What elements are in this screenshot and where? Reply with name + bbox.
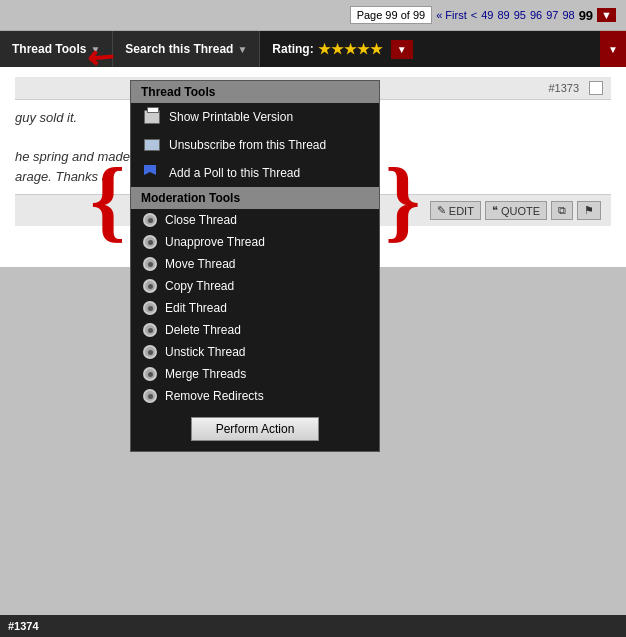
edit-thread-radio[interactable] [143, 301, 157, 315]
bottom-post-number: #1374 [8, 620, 39, 632]
search-thread-button[interactable]: Search this Thread ▼ [113, 31, 260, 67]
multipost-button[interactable]: ⧉ [551, 201, 573, 220]
rating-area: Rating: ★★★★★ ▼ [260, 31, 600, 67]
report-icon: ⚑ [584, 204, 594, 217]
annotation-bracket-right: } [385, 155, 420, 245]
multipost-icon: ⧉ [558, 204, 566, 217]
move-thread-radio[interactable] [143, 257, 157, 271]
merge-threads-label: Merge Threads [165, 367, 246, 381]
show-printable-item[interactable]: Show Printable Version [131, 103, 379, 131]
rating-dropdown-arrow[interactable]: ▼ [391, 40, 413, 59]
search-thread-label: Search this Thread [125, 42, 233, 56]
annotation-bracket-left: { [90, 155, 125, 245]
edit-icon: ✎ [437, 204, 446, 217]
thread-tools-dropdown: Thread Tools Show Printable Version Unsu… [130, 80, 380, 452]
thread-tools-label: Thread Tools [12, 42, 86, 56]
close-thread-item[interactable]: Close Thread [131, 209, 379, 231]
nav-lt[interactable]: < [471, 9, 477, 21]
edit-thread-label: Edit Thread [165, 301, 227, 315]
move-thread-item[interactable]: Move Thread [131, 253, 379, 275]
printer-icon [143, 108, 161, 126]
nav-first[interactable]: « First [436, 9, 467, 21]
rating-stars: ★★★★★ [318, 41, 383, 57]
post-1373-checkbox[interactable] [589, 81, 603, 95]
post-1373-number: #1373 [548, 82, 579, 94]
thread-tools-section-label: Thread Tools [141, 85, 215, 99]
unapprove-thread-radio[interactable] [143, 235, 157, 249]
toolbar-end-arrow[interactable]: ▼ [600, 31, 626, 67]
search-thread-arrow: ▼ [237, 44, 247, 55]
nav-98[interactable]: 98 [562, 9, 574, 21]
merge-threads-radio[interactable] [143, 367, 157, 381]
page-info-text: Page 99 of 99 [357, 9, 426, 21]
unstick-thread-label: Unstick Thread [165, 345, 245, 359]
show-printable-label: Show Printable Version [169, 110, 293, 124]
page-nav-dropdown-arrow[interactable]: ▼ [597, 8, 616, 22]
unapprove-thread-label: Unapprove Thread [165, 235, 265, 249]
unsubscribe-item[interactable]: Unsubscribe from this Thread [131, 131, 379, 159]
rating-label: Rating: [272, 42, 313, 56]
page-info: Page 99 of 99 [350, 6, 433, 24]
remove-redirects-label: Remove Redirects [165, 389, 264, 403]
add-poll-label: Add a Poll to this Thread [169, 166, 300, 180]
quote-button[interactable]: ❝ QUOTE [485, 201, 547, 220]
merge-threads-item[interactable]: Merge Threads [131, 363, 379, 385]
unstick-thread-item[interactable]: Unstick Thread [131, 341, 379, 363]
edit-thread-item[interactable]: Edit Thread [131, 297, 379, 319]
delete-thread-item[interactable]: Delete Thread [131, 319, 379, 341]
perform-action-button[interactable]: Perform Action [191, 417, 320, 441]
bottom-bar: #1374 [0, 615, 626, 637]
copy-thread-label: Copy Thread [165, 279, 234, 293]
unsubscribe-label: Unsubscribe from this Thread [169, 138, 326, 152]
quote-icon: ❝ [492, 204, 498, 217]
remove-redirects-radio[interactable] [143, 389, 157, 403]
envelope-icon [143, 136, 161, 154]
edit-label: EDIT [449, 205, 474, 217]
remove-redirects-item[interactable]: Remove Redirects [131, 385, 379, 407]
edit-button[interactable]: ✎ EDIT [430, 201, 481, 220]
nav-96[interactable]: 96 [530, 9, 542, 21]
poll-icon [143, 164, 161, 182]
delete-thread-radio[interactable] [143, 323, 157, 337]
nav-97[interactable]: 97 [546, 9, 558, 21]
move-thread-label: Move Thread [165, 257, 235, 271]
nav-89[interactable]: 89 [497, 9, 509, 21]
perform-action-row: Perform Action [131, 407, 379, 451]
moderation-tools-section-header: Moderation Tools [131, 187, 379, 209]
copy-thread-radio[interactable] [143, 279, 157, 293]
page-navigation-bar: Page 99 of 99 « First < 49 89 95 96 97 9… [0, 0, 626, 31]
unapprove-thread-item[interactable]: Unapprove Thread [131, 231, 379, 253]
add-poll-item[interactable]: Add a Poll to this Thread [131, 159, 379, 187]
copy-thread-item[interactable]: Copy Thread [131, 275, 379, 297]
quote-label: QUOTE [501, 205, 540, 217]
nav-current: 99 [579, 8, 593, 23]
close-thread-radio[interactable] [143, 213, 157, 227]
thread-tools-section-header: Thread Tools [131, 81, 379, 103]
unstick-thread-radio[interactable] [143, 345, 157, 359]
close-thread-label: Close Thread [165, 213, 237, 227]
delete-thread-label: Delete Thread [165, 323, 241, 337]
moderation-tools-label: Moderation Tools [141, 191, 240, 205]
nav-95[interactable]: 95 [514, 9, 526, 21]
report-button[interactable]: ⚑ [577, 201, 601, 220]
nav-49[interactable]: 49 [481, 9, 493, 21]
